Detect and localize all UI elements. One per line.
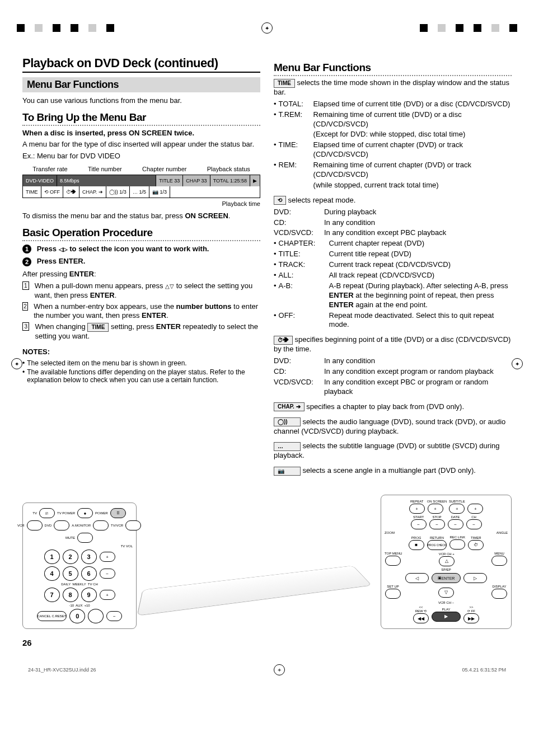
page-title: Playback on DVD Deck (continued) <box>22 56 260 73</box>
page-number: 26 <box>22 638 512 647</box>
footer-meta: 24-31_HR-XVC32SUJ.indd 26 05.4.21 6:31:5… <box>22 664 512 675</box>
osd-spacer <box>170 186 260 198</box>
substep-1-num: 1 <box>22 281 29 290</box>
tv-select-button[interactable]: ⎚ <box>39 508 55 518</box>
angle-intro: 📷 selects a scene angle in a multiangle … <box>274 466 512 476</box>
intro-text: You can use various functions from the m… <box>22 96 260 106</box>
step-1: 1 Press ◁▷ to select the icon you want t… <box>22 245 260 254</box>
osd-chapsearch: CHAP. ➔ <box>79 186 106 198</box>
enter-button[interactable]: ▣ ENTER <box>432 573 461 583</box>
osd-timesearch: ⏱➔ <box>63 186 79 198</box>
num-8-button[interactable]: 8 <box>63 588 78 602</box>
substep-3: 3 When changing TIME setting, press ENTE… <box>22 322 260 341</box>
substep-2-num: 2 <box>22 302 28 311</box>
topmenu-button[interactable] <box>385 556 401 566</box>
vcr-button[interactable] <box>27 520 43 530</box>
setup-button[interactable] <box>385 589 401 599</box>
onscreen-button[interactable]: + <box>428 504 443 514</box>
footer-file: 24-31_HR-XVC32SUJ.indd 26 <box>28 667 96 673</box>
reclink-button[interactable] <box>449 539 465 550</box>
fig-transfer-label: Transfer rate <box>32 166 68 172</box>
osd-angle: 📷 1/3 <box>149 186 170 198</box>
bringup-instruction: When a disc is inserted, press ON SCREEN… <box>22 128 260 138</box>
vol-down-button[interactable]: − <box>100 569 115 579</box>
time-mode-intro: TIME selects the time mode shown in the … <box>274 78 512 97</box>
ff-button[interactable]: ▶▶ <box>463 613 479 623</box>
osd-audio: ◯)) 1/3 <box>106 186 130 198</box>
plus10-button[interactable] <box>88 609 104 623</box>
subtitle-icon: … <box>274 442 301 451</box>
footer-timestamp: 05.4.21 6:31:52 PM <box>462 667 506 673</box>
num-3-button[interactable]: 3 <box>81 550 97 564</box>
osd-total: TOTAL 1:25:58 <box>210 175 250 186</box>
step-2: 2 Press ENTER. <box>22 257 260 266</box>
remote-diagram: TV ⎚ TV POWER ● POWER ⠿ VCR DVD A.MONITO… <box>22 495 512 629</box>
section-menu-bar-functions: Menu Bar Functions <box>22 77 260 92</box>
remote-3d-illustration <box>140 528 377 629</box>
prog-button[interactable]: ■ <box>409 540 424 550</box>
amonitor-button[interactable] <box>93 520 109 530</box>
subtitle-button[interactable]: + <box>449 504 465 514</box>
right-button[interactable]: ▷ <box>463 573 487 583</box>
num-9-button[interactable]: 9 <box>81 588 97 602</box>
extra-plus-button[interactable]: + <box>467 504 483 514</box>
repeat-mode-list: •CHAPTER:Current chapter repeat (DVD) •T… <box>274 239 512 330</box>
substep-1: 1 When a pull-down menu appears, press △… <box>22 281 260 300</box>
registration-mark-right <box>512 358 523 369</box>
chap-icon: CHAP. ➔ <box>274 402 305 411</box>
up-button[interactable]: △ <box>439 556 455 566</box>
display-button[interactable] <box>491 589 507 599</box>
num-1-button[interactable]: 1 <box>44 550 60 564</box>
left-right-arrow-icon: ◁▷ <box>59 246 68 252</box>
num-5-button[interactable]: 5 <box>63 566 78 581</box>
dvd-button[interactable] <box>54 520 69 530</box>
mute-button[interactable] <box>77 533 93 543</box>
num-6-button[interactable]: 6 <box>81 566 97 581</box>
num-7-button[interactable]: 7 <box>44 588 60 602</box>
num-0-button[interactable]: 0 <box>69 609 85 623</box>
crop-marks <box>0 22 534 34</box>
start-minus-button[interactable]: − <box>411 519 427 529</box>
play-button[interactable]: ▶ <box>432 612 461 622</box>
cancel-button[interactable]: CANCEL C.RESET <box>37 611 67 621</box>
osd-repeat-off: ⟲ OFF <box>41 186 64 198</box>
right-column: Menu Bar Functions TIME selects the time… <box>274 56 512 478</box>
fig-chapter-label: Chapter number <box>142 166 187 172</box>
tvvcr-button[interactable] <box>125 520 141 530</box>
step-1-num: 1 <box>22 245 31 253</box>
ch-up-button[interactable]: + <box>100 590 115 600</box>
repeat-button[interactable]: + <box>409 504 425 514</box>
time-mode-list: •TOTAL:Elapsed time of current title (DV… <box>274 100 512 190</box>
fig-title-label: Title number <box>88 166 122 172</box>
fig-status-label: Playback status <box>207 166 250 172</box>
audio-intro: ◯)) selects the audio language (DVD), so… <box>274 417 512 436</box>
return-button[interactable]: PROG CHECK <box>427 540 447 550</box>
vol-up-button[interactable]: + <box>100 552 115 562</box>
num-4-button[interactable]: 4 <box>44 566 60 581</box>
stop-minus-button[interactable]: − <box>429 519 445 529</box>
section-menu-bar-functions-detail: Menu Bar Functions <box>274 62 512 76</box>
down-button[interactable]: ▽ <box>438 588 454 598</box>
remote-right-panel: REPEAT+ ON SCREEN+ SUBTITLE+ + START− ST… <box>381 495 512 629</box>
osd-time: TIME <box>23 186 41 198</box>
osd-chap: CHAP 33 <box>183 175 210 186</box>
angle-icon: 📷 <box>274 467 301 476</box>
left-column: Playback on DVD Deck (continued) Menu Ba… <box>22 56 260 478</box>
ch-minus-button[interactable]: − <box>466 519 482 529</box>
left-button[interactable]: ◁ <box>405 573 429 583</box>
step-2-num: 2 <box>22 257 31 266</box>
notes-heading: NOTES: <box>22 347 260 357</box>
rew-button[interactable]: ◀◀ <box>413 613 429 623</box>
menu-bar-figure: Transfer rate Title number Chapter numbe… <box>22 166 260 207</box>
time-icon: TIME <box>274 79 295 88</box>
timer-button[interactable]: ⏱ <box>468 540 484 550</box>
date-minus-button[interactable]: − <box>448 519 463 529</box>
menu-button[interactable] <box>491 556 507 566</box>
time-icon: TIME <box>87 323 109 332</box>
tv-power-button[interactable]: ● <box>77 508 93 518</box>
section-bring-up: To Bring Up the Menu Bar <box>22 111 260 126</box>
power-button[interactable]: ⠿ <box>110 508 126 518</box>
registration-mark-left <box>11 358 22 369</box>
ch-down-button[interactable]: − <box>106 611 122 621</box>
num-2-button[interactable]: 2 <box>63 550 78 564</box>
